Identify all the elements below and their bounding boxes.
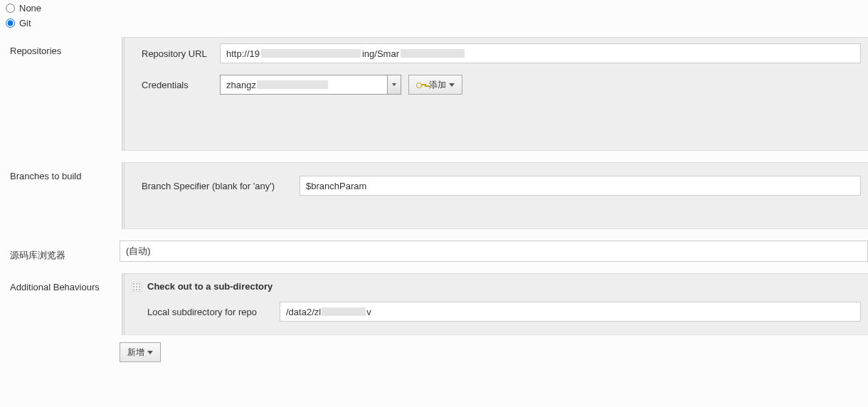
drag-handle-icon[interactable] (132, 282, 142, 292)
radio-git[interactable] (6, 18, 15, 28)
local-subdir-input[interactable]: /data2/zlv (280, 302, 861, 322)
branch-specifier-row: Branch Specifier (blank for 'any') (125, 163, 868, 208)
repository-url-label: Repository URL (142, 48, 213, 59)
git-config-area: Repositories Repository URL http://19ing… (10, 37, 868, 369)
credentials-prefix: zhangz (226, 80, 256, 90)
repository-url-row: Repository URL http://19ing/Smar (125, 38, 868, 69)
section-additional-behaviours: Additional Behaviours Check out to a sub… (10, 273, 868, 362)
behaviour-checkout-sub-header: Check out to a sub-directory (125, 274, 868, 296)
radio-git-label: Git (19, 18, 31, 28)
repo-url-prefix: http://19 (226, 48, 260, 59)
repo-browser-select[interactable]: (自动) (120, 240, 868, 262)
local-subdir-row: Local subdirectory for repo /data2/zlv (125, 296, 868, 327)
add-behaviour-label: 新增 (127, 347, 144, 359)
behaviour-checkout-sub-title: Check out to a sub-directory (147, 281, 272, 292)
additional-behaviours-label: Additional Behaviours (10, 273, 120, 292)
repositories-label: Repositories (10, 37, 120, 56)
credentials-row: Credentials zhangz 添加 (125, 69, 868, 100)
caret-down-icon (147, 351, 153, 354)
scm-radio-group: None Git (0, 0, 868, 37)
scm-option-git[interactable]: Git (6, 18, 862, 28)
add-behaviour-button[interactable]: 新增 (120, 342, 161, 362)
radio-none[interactable] (6, 4, 15, 13)
branch-specifier-input[interactable] (300, 176, 861, 196)
branches-label: Branches to build (10, 162, 120, 181)
repositories-body: Repository URL http://19ing/Smar Credent… (122, 37, 868, 151)
credentials-value: zhangz (220, 75, 387, 95)
redacted-block (257, 80, 328, 89)
scm-option-none[interactable]: None (6, 3, 862, 14)
section-repositories: Repositories Repository URL http://19ing… (10, 37, 868, 151)
section-branches: Branches to build Branch Specifier (blan… (10, 162, 868, 229)
browser-label: 源码库浏览器 (10, 240, 120, 262)
key-icon (416, 81, 426, 88)
redacted-block (401, 49, 465, 58)
add-credentials-label: 添加 (429, 79, 446, 91)
local-subdir-suffix: v (366, 307, 371, 317)
redacted-block (322, 307, 366, 316)
repository-url-input[interactable]: http://19ing/Smar (220, 43, 861, 63)
local-subdir-label: Local subdirectory for repo (147, 307, 272, 317)
additional-behaviours-body: Check out to a sub-directory Local subdi… (122, 273, 868, 335)
branches-body: Branch Specifier (blank for 'any') (122, 162, 868, 229)
behaviours-button-row: 新增 (120, 342, 868, 362)
section-browser: 源码库浏览器 (自动) (10, 240, 868, 262)
radio-none-label: None (19, 3, 41, 14)
credentials-label: Credentials (142, 80, 213, 90)
credentials-select[interactable]: zhangz (220, 75, 401, 95)
repo-browser-value: (自动) (126, 245, 151, 258)
redacted-block (261, 49, 361, 58)
chevron-down-icon[interactable] (387, 75, 401, 95)
caret-down-icon (449, 83, 455, 87)
local-subdir-prefix: /data2/zl (286, 307, 321, 317)
add-credentials-button[interactable]: 添加 (408, 75, 462, 95)
repo-url-mid: ing/Smar (362, 48, 399, 59)
branch-specifier-label: Branch Specifier (blank for 'any') (142, 181, 292, 191)
